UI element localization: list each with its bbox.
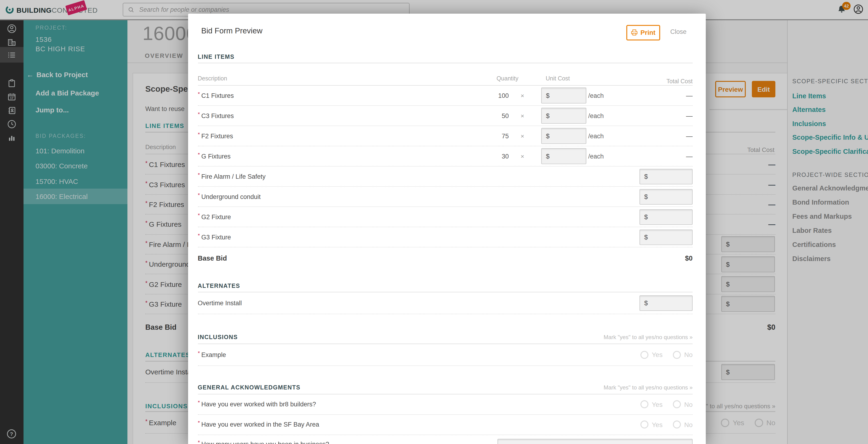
response-input[interactable] [497,439,692,444]
required-asterisk: * [198,234,200,239]
total-cost-empty: — [686,132,692,140]
required-asterisk: * [198,92,200,97]
line-item-row: *C1 Fixtures 100 × $ /each — [198,86,692,106]
inclusion-row: *Example Yes No [198,344,692,366]
alternate-row: Overtime Install $ [198,293,692,314]
col-description: Description [198,75,227,82]
close-button[interactable]: Close [670,28,686,35]
base-bid-total: $0 [685,255,692,262]
unit-cost-input[interactable]: $ [541,128,586,144]
yes-radio[interactable] [641,351,649,359]
no-radio[interactable] [673,351,681,359]
col-total-cost: Total Cost [666,78,692,85]
alternates-heading: ALTERNATES [198,282,692,290]
mark-yes-note[interactable]: Mark "yes" to all yes/no questions » [603,384,692,391]
unit-label: /each [588,153,604,160]
col-quantity: Quantity [486,75,518,82]
times-symbol: × [509,112,536,119]
acknowledgment-row: *Have you ever worked in the SF Bay Area… [198,415,692,435]
unit-label: /each [588,92,604,99]
required-asterisk: * [198,153,200,158]
yes-radio[interactable] [641,420,649,428]
inclusion-rows: *Example Yes No [198,344,692,366]
total-cost-empty: — [686,92,692,99]
inclusions-heading: INCLUSIONS [198,333,238,341]
unit-cost-input[interactable]: $ [541,108,586,124]
acknowledgment-text-row: *How many years have you been in busines… [198,435,692,444]
col-unit-cost: Unit Cost [546,75,570,82]
quantity-value: 75 [476,132,509,140]
required-asterisk: * [198,401,200,406]
line-items-table-header: Description Quantity Unit Cost Total Cos… [198,63,692,86]
inclusions-heading-row: INCLUSIONS Mark "yes" to all yes/no ques… [198,333,692,341]
cost-input[interactable]: $ [640,209,692,225]
base-bid-label: Base Bid [198,255,227,262]
quantity-value: 30 [476,153,509,160]
no-radio[interactable] [673,420,681,428]
cost-input[interactable]: $ [640,189,692,204]
acknowledgment-yesno-rows: *Have you ever worked with br8 builders?… [198,394,692,435]
unit-cost-input[interactable]: $ [541,87,586,103]
required-asterisk: * [198,132,200,138]
printer-icon [630,29,638,36]
unit-label: /each [588,132,604,140]
lump-line-items: *Fire Alarm / Life Safety $ *Underground… [198,167,692,247]
acknowledgment-text-rows: *How many years have you been in busines… [198,435,692,444]
cost-input[interactable]: $ [640,295,692,311]
base-bid-row: Base Bid $0 [198,247,692,269]
unit-label: /each [588,112,604,119]
line-item-row: *C3 Fixtures 50 × $ /each — [198,106,692,126]
quantity-value: 100 [476,92,509,99]
quantity-value: 50 [476,112,509,119]
yes-radio[interactable] [641,400,649,408]
alternate-rows: Overtime Install $ [198,293,692,314]
modal-title: Bid Form Preview [201,26,262,35]
general-acknowledgments-heading: GENERAL ACKNOWLEDGMENTS [198,384,301,391]
unit-cost-input[interactable]: $ [541,148,586,164]
times-symbol: × [509,153,536,160]
line-item-row: *F2 Fixtures 75 × $ /each — [198,126,692,146]
line-item-row: *G3 Fixture $ [198,227,692,247]
line-item-row: *G2 Fixture $ [198,207,692,227]
required-asterisk: * [198,351,200,356]
line-item-row: *Fire Alarm / Life Safety $ [198,167,692,187]
required-asterisk: * [198,421,200,426]
mark-yes-note[interactable]: Mark "yes" to all yes/no questions » [603,334,692,341]
required-asterisk: * [198,112,200,117]
required-asterisk: * [198,173,200,178]
cost-input[interactable]: $ [640,169,692,184]
unit-line-items: *C1 Fixtures 100 × $ /each — *C3 Fixture… [198,86,692,167]
app-window: BUILDINGCONNECTED ALPHA 42 17 [0,0,868,444]
total-cost-empty: — [686,152,692,160]
line-item-row: *Underground conduit $ [198,187,692,207]
required-asterisk: * [198,213,200,218]
acknowledgment-row: *Have you ever worked with br8 builders?… [198,394,692,415]
times-symbol: × [509,132,536,140]
cost-input[interactable]: $ [640,229,692,245]
required-asterisk: * [198,193,200,198]
line-item-row: *G Fixtures 30 × $ /each — [198,146,692,167]
modal-body: LINE ITEMS Description Quantity Unit Cos… [198,53,692,444]
no-radio[interactable] [673,400,681,408]
required-asterisk: * [198,439,200,444]
general-acknowledgments-heading-row: GENERAL ACKNOWLEDGMENTS Mark "yes" to al… [198,384,692,391]
total-cost-empty: — [686,112,692,119]
line-items-heading: LINE ITEMS [198,53,692,61]
bid-form-preview-modal: Bid Form Preview Print Close LINE ITEMS … [188,13,706,444]
print-button[interactable]: Print [626,25,660,40]
times-symbol: × [509,92,536,99]
